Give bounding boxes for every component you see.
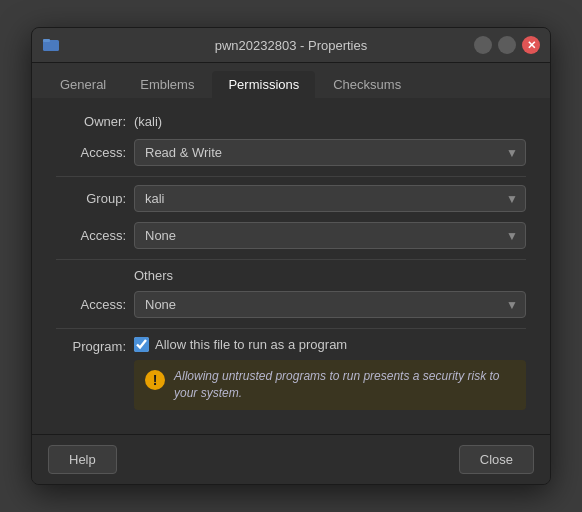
program-content: Allow this file to run as a program ! Al… — [134, 337, 526, 410]
svg-rect-1 — [43, 39, 50, 42]
minimize-button[interactable] — [474, 36, 492, 54]
folder-icon — [42, 36, 60, 54]
divider-3 — [56, 328, 526, 329]
divider-1 — [56, 176, 526, 177]
program-row: Program: Allow this file to run as a pro… — [56, 337, 526, 410]
owner-access-label: Access: — [56, 145, 126, 160]
tab-emblems[interactable]: Emblems — [124, 71, 210, 98]
window-title: pwn20232803 - Properties — [215, 38, 368, 53]
group-select-wrapper: kali root users ▼ — [134, 185, 526, 212]
warning-text: Allowing untrusted programs to run prese… — [174, 368, 516, 402]
tab-bar: General Emblems Permissions Checksums — [32, 63, 550, 98]
tab-checksums[interactable]: Checksums — [317, 71, 417, 98]
owner-access-select[interactable]: Read & Write Read-only None — [134, 139, 526, 166]
owner-row: Owner: (kali) — [56, 114, 526, 129]
footer: Help Close — [32, 434, 550, 484]
others-access-select-wrapper: None Read-only Read & Write ▼ — [134, 291, 526, 318]
others-access-row: Access: None Read-only Read & Write ▼ — [56, 291, 526, 318]
owner-access-row: Access: Read & Write Read-only None ▼ — [56, 139, 526, 166]
group-access-select-wrapper: None Read-only Read & Write ▼ — [134, 222, 526, 249]
divider-2 — [56, 259, 526, 260]
help-button[interactable]: Help — [48, 445, 117, 474]
warning-box: ! Allowing untrusted programs to run pre… — [134, 360, 526, 410]
close-dialog-button[interactable]: Close — [459, 445, 534, 474]
group-access-select[interactable]: None Read-only Read & Write — [134, 222, 526, 249]
permissions-content: Owner: (kali) Access: Read & Write Read-… — [32, 98, 550, 434]
group-row: Group: kali root users ▼ — [56, 185, 526, 212]
others-header: Others — [134, 268, 526, 283]
group-access-row: Access: None Read-only Read & Write ▼ — [56, 222, 526, 249]
group-label: Group: — [56, 191, 126, 206]
group-access-label: Access: — [56, 228, 126, 243]
owner-access-select-wrapper: Read & Write Read-only None ▼ — [134, 139, 526, 166]
owner-value: (kali) — [134, 114, 162, 129]
program-checkbox-label: Allow this file to run as a program — [155, 337, 347, 352]
tab-general[interactable]: General — [44, 71, 122, 98]
maximize-button[interactable] — [498, 36, 516, 54]
svg-text:!: ! — [153, 372, 158, 388]
owner-label: Owner: — [56, 114, 126, 129]
tab-permissions[interactable]: Permissions — [212, 71, 315, 98]
program-label: Program: — [56, 337, 126, 354]
others-access-label: Access: — [56, 297, 126, 312]
group-select[interactable]: kali root users — [134, 185, 526, 212]
program-checkbox-row: Allow this file to run as a program — [134, 337, 526, 352]
titlebar: pwn20232803 - Properties ✕ — [32, 28, 550, 63]
others-access-select[interactable]: None Read-only Read & Write — [134, 291, 526, 318]
properties-window: pwn20232803 - Properties ✕ General Emble… — [31, 27, 551, 485]
close-button[interactable]: ✕ — [522, 36, 540, 54]
warning-icon: ! — [144, 369, 166, 391]
window-controls: ✕ — [474, 36, 540, 54]
program-checkbox[interactable] — [134, 337, 149, 352]
